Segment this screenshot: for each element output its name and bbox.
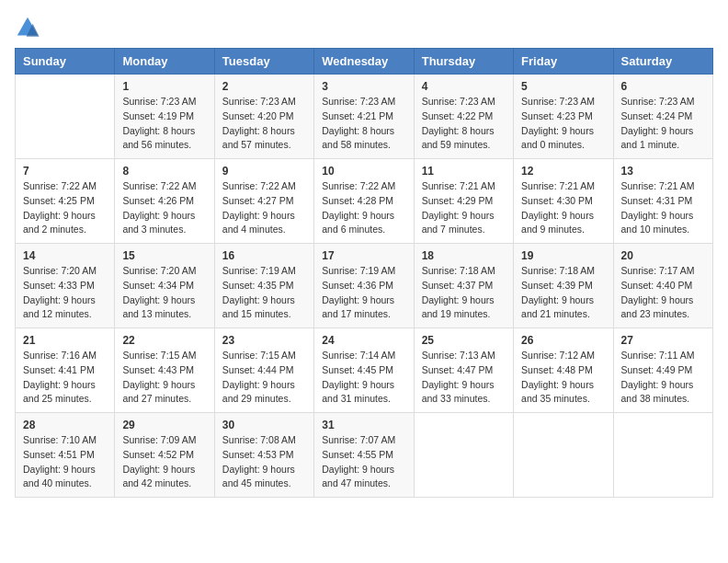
day-info: Sunrise: 7:23 AM Sunset: 4:21 PM Dayligh… xyxy=(322,95,405,153)
day-number: 1 xyxy=(122,80,206,93)
daylight: Daylight: 8 hours and 59 minutes. xyxy=(422,124,506,154)
day-number: 4 xyxy=(422,80,506,93)
calendar-week-5: 28 Sunrise: 7:10 AM Sunset: 4:51 PM Dayl… xyxy=(16,413,713,498)
day-number: 2 xyxy=(222,80,306,93)
calendar-cell xyxy=(16,75,115,159)
sunset: Sunset: 4:28 PM xyxy=(322,194,405,209)
sunrise: Sunrise: 7:07 AM xyxy=(322,433,405,448)
logo xyxy=(15,15,44,40)
day-info: Sunrise: 7:20 AM Sunset: 4:33 PM Dayligh… xyxy=(23,264,107,322)
daylight: Daylight: 9 hours and 10 minutes. xyxy=(621,209,705,238)
day-info: Sunrise: 7:23 AM Sunset: 4:19 PM Dayligh… xyxy=(122,95,206,153)
sunset: Sunset: 4:39 PM xyxy=(521,279,605,293)
day-info: Sunrise: 7:18 AM Sunset: 4:37 PM Dayligh… xyxy=(422,264,506,322)
calendar-cell: 21 Sunrise: 7:16 AM Sunset: 4:41 PM Dayl… xyxy=(16,328,115,413)
daylight: Daylight: 9 hours and 12 minutes. xyxy=(23,293,107,323)
sunrise: Sunrise: 7:12 AM xyxy=(521,349,605,363)
header-wednesday: Wednesday xyxy=(314,49,414,75)
day-number: 3 xyxy=(322,80,405,93)
day-number: 19 xyxy=(521,249,605,262)
day-number: 5 xyxy=(521,80,605,93)
day-number: 13 xyxy=(621,165,705,178)
header-monday: Monday xyxy=(115,49,214,75)
sunset: Sunset: 4:21 PM xyxy=(322,109,405,124)
day-number: 24 xyxy=(322,334,405,347)
day-number: 30 xyxy=(222,419,306,431)
sunrise: Sunrise: 7:15 AM xyxy=(122,349,206,363)
sunrise: Sunrise: 7:17 AM xyxy=(621,264,705,279)
day-info: Sunrise: 7:23 AM Sunset: 4:23 PM Dayligh… xyxy=(521,95,605,153)
sunset: Sunset: 4:30 PM xyxy=(521,194,605,209)
sunset: Sunset: 4:19 PM xyxy=(122,109,206,124)
daylight: Daylight: 9 hours and 19 minutes. xyxy=(422,293,506,323)
daylight: Daylight: 9 hours and 38 minutes. xyxy=(621,378,705,408)
calendar-cell: 7 Sunrise: 7:22 AM Sunset: 4:25 PM Dayli… xyxy=(16,159,115,244)
calendar-cell: 8 Sunrise: 7:22 AM Sunset: 4:26 PM Dayli… xyxy=(115,159,214,244)
sunrise: Sunrise: 7:23 AM xyxy=(621,95,705,109)
sunrise: Sunrise: 7:20 AM xyxy=(122,264,206,279)
day-info: Sunrise: 7:07 AM Sunset: 4:55 PM Dayligh… xyxy=(322,433,405,491)
calendar-cell xyxy=(414,413,513,498)
sunset: Sunset: 4:22 PM xyxy=(422,109,506,124)
sunset: Sunset: 4:41 PM xyxy=(23,363,107,378)
daylight: Daylight: 9 hours and 25 minutes. xyxy=(23,378,107,408)
calendar-cell: 2 Sunrise: 7:23 AM Sunset: 4:20 PM Dayli… xyxy=(214,75,313,159)
day-info: Sunrise: 7:21 AM Sunset: 4:30 PM Dayligh… xyxy=(521,179,605,237)
daylight: Daylight: 9 hours and 35 minutes. xyxy=(521,378,605,408)
daylight: Daylight: 8 hours and 57 minutes. xyxy=(222,124,306,154)
day-info: Sunrise: 7:09 AM Sunset: 4:52 PM Dayligh… xyxy=(122,433,206,491)
calendar-cell: 3 Sunrise: 7:23 AM Sunset: 4:21 PM Dayli… xyxy=(314,75,414,159)
sunrise: Sunrise: 7:16 AM xyxy=(23,349,107,363)
sunset: Sunset: 4:26 PM xyxy=(122,194,206,209)
day-number: 10 xyxy=(322,165,405,178)
calendar-cell xyxy=(613,413,712,498)
day-info: Sunrise: 7:23 AM Sunset: 4:22 PM Dayligh… xyxy=(422,95,506,153)
daylight: Daylight: 9 hours and 1 minute. xyxy=(621,124,705,154)
daylight: Daylight: 9 hours and 29 minutes. xyxy=(222,378,306,408)
day-number: 29 xyxy=(122,419,206,431)
day-info: Sunrise: 7:12 AM Sunset: 4:48 PM Dayligh… xyxy=(521,349,605,407)
daylight: Daylight: 9 hours and 7 minutes. xyxy=(422,209,506,238)
day-number: 28 xyxy=(23,419,107,431)
day-number: 22 xyxy=(122,334,206,347)
day-info: Sunrise: 7:22 AM Sunset: 4:25 PM Dayligh… xyxy=(23,179,107,237)
sunrise: Sunrise: 7:19 AM xyxy=(222,264,306,279)
day-number: 21 xyxy=(23,334,107,347)
day-info: Sunrise: 7:22 AM Sunset: 4:26 PM Dayligh… xyxy=(122,179,206,237)
sunset: Sunset: 4:25 PM xyxy=(23,194,107,209)
daylight: Daylight: 9 hours and 2 minutes. xyxy=(23,209,107,238)
daylight: Daylight: 9 hours and 21 minutes. xyxy=(521,293,605,323)
day-number: 31 xyxy=(322,419,405,431)
sunset: Sunset: 4:55 PM xyxy=(322,448,405,463)
sunrise: Sunrise: 7:21 AM xyxy=(521,179,605,194)
day-number: 15 xyxy=(122,249,206,262)
daylight: Daylight: 9 hours and 27 minutes. xyxy=(122,378,206,408)
day-info: Sunrise: 7:15 AM Sunset: 4:43 PM Dayligh… xyxy=(122,349,206,407)
calendar-cell: 31 Sunrise: 7:07 AM Sunset: 4:55 PM Dayl… xyxy=(314,413,414,498)
calendar-cell: 19 Sunrise: 7:18 AM Sunset: 4:39 PM Dayl… xyxy=(514,244,613,328)
calendar-cell: 23 Sunrise: 7:15 AM Sunset: 4:44 PM Dayl… xyxy=(214,328,313,413)
day-number: 27 xyxy=(621,334,705,347)
daylight: Daylight: 9 hours and 0 minutes. xyxy=(521,124,605,154)
day-number: 12 xyxy=(521,165,605,178)
sunrise: Sunrise: 7:22 AM xyxy=(322,179,405,194)
sunset: Sunset: 4:49 PM xyxy=(621,363,705,378)
calendar-cell: 5 Sunrise: 7:23 AM Sunset: 4:23 PM Dayli… xyxy=(514,75,613,159)
sunset: Sunset: 4:47 PM xyxy=(422,363,506,378)
day-number: 7 xyxy=(23,165,107,178)
sunset: Sunset: 4:34 PM xyxy=(122,279,206,293)
day-info: Sunrise: 7:23 AM Sunset: 4:24 PM Dayligh… xyxy=(621,95,705,153)
day-info: Sunrise: 7:20 AM Sunset: 4:34 PM Dayligh… xyxy=(122,264,206,322)
sunset: Sunset: 4:35 PM xyxy=(222,279,306,293)
sunset: Sunset: 4:53 PM xyxy=(222,448,306,463)
sunrise: Sunrise: 7:23 AM xyxy=(322,95,405,109)
day-info: Sunrise: 7:21 AM Sunset: 4:31 PM Dayligh… xyxy=(621,179,705,237)
day-info: Sunrise: 7:17 AM Sunset: 4:40 PM Dayligh… xyxy=(621,264,705,322)
day-number: 23 xyxy=(222,334,306,347)
calendar-cell: 30 Sunrise: 7:08 AM Sunset: 4:53 PM Dayl… xyxy=(214,413,313,498)
calendar-cell: 9 Sunrise: 7:22 AM Sunset: 4:27 PM Dayli… xyxy=(214,159,313,244)
sunset: Sunset: 4:29 PM xyxy=(422,194,506,209)
sunset: Sunset: 4:24 PM xyxy=(621,109,705,124)
sunrise: Sunrise: 7:10 AM xyxy=(23,433,107,448)
sunset: Sunset: 4:33 PM xyxy=(23,279,107,293)
